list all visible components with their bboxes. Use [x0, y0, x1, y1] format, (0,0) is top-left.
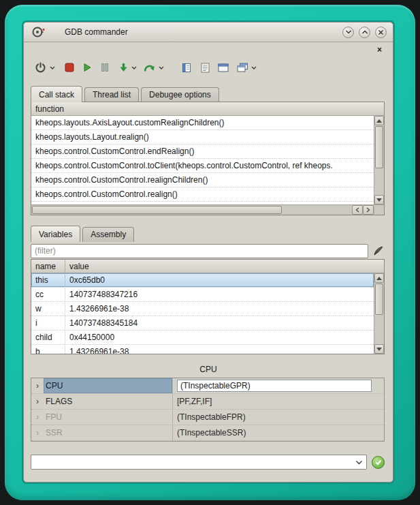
windows-dropdown[interactable] [250, 66, 258, 70]
variables-list: this 0xc65db0 cc 140737488347216 w 1.432… [31, 273, 374, 354]
command-bar [31, 454, 385, 470]
variable-value: 1.43266961e-38 [65, 302, 374, 316]
column-value: value [65, 260, 93, 273]
variable-name: w [31, 302, 65, 316]
triangle-up-icon [376, 277, 382, 280]
scroll-down-button[interactable] [374, 344, 384, 354]
cpu-row-name: SSR [44, 425, 172, 440]
variable-name: i [31, 316, 65, 330]
triangle-up-icon [376, 119, 382, 123]
cpu-row-value: [PF,ZF,IF] [172, 394, 384, 409]
expander-icon[interactable]: › [31, 412, 44, 422]
tab-call-stack[interactable]: Call stack [31, 86, 82, 102]
call-stack-row[interactable]: kheops.control.CustomControl.endRealign(… [31, 144, 374, 159]
minimize-button[interactable] [342, 27, 354, 38]
cpu-inspector-grid: › CPU (TInspectableGPR) › FLAGS [PF,ZF,I… [31, 378, 385, 442]
variable-row[interactable]: child 0x44150000 [31, 331, 374, 345]
call-stack-row[interactable]: kheops.control.CustomControl.toClient(kh… [31, 159, 374, 173]
cpu-row-name: CPU [44, 378, 172, 393]
window-controls [342, 27, 387, 38]
expander-icon[interactable]: › [31, 381, 44, 391]
cpu-row[interactable]: › FLAGS [PF,ZF,IF] [31, 394, 384, 410]
command-combobox[interactable] [31, 455, 367, 470]
curved-arrow-icon [144, 63, 155, 72]
document-icon [182, 63, 191, 73]
call-stack-horizontal-scrollbar[interactable] [31, 204, 384, 215]
tab-thread-list[interactable]: Thread list [84, 87, 139, 102]
command-input[interactable] [31, 457, 351, 467]
cpu-row-value: (TInspectableFPR) [172, 410, 384, 425]
dock-close-icon: × [377, 45, 382, 55]
variable-row[interactable]: i 140737488345184 [31, 316, 374, 331]
variable-row[interactable]: w 1.43266961e-38 [31, 302, 374, 316]
step-button[interactable] [118, 59, 129, 76]
column-function: function [31, 102, 68, 115]
windows-button[interactable] [236, 59, 249, 76]
variable-value: 0xc65db0 [65, 273, 374, 287]
variable-row[interactable]: cc 140737488347216 [31, 288, 374, 302]
run-button[interactable] [81, 59, 93, 76]
client-area: × [24, 42, 393, 482]
cpu-row-value: (TInspectableGPR) [172, 378, 384, 393]
variables-tabbar: Variables Assembly [31, 224, 385, 241]
power-dropdown[interactable] [48, 66, 56, 70]
dock-close-button[interactable]: × [374, 44, 385, 55]
app-icon [32, 26, 46, 38]
cpu-row[interactable]: › CPU (TInspectableGPR) [31, 378, 384, 394]
expander-icon[interactable]: › [31, 397, 44, 406]
accept-command-button[interactable] [372, 456, 385, 469]
call-stack-row[interactable]: kheops.layouts.AxisLayout.customRealignC… [31, 116, 374, 130]
windows-icon [237, 63, 248, 72]
variables-vertical-scrollbar[interactable] [374, 273, 384, 354]
tab-assembly[interactable]: Assembly [82, 227, 134, 242]
step-over-button[interactable] [142, 59, 157, 76]
tab-debugee-options[interactable]: Debugee options [141, 87, 219, 102]
close-button[interactable] [375, 27, 387, 38]
pause-button[interactable] [99, 59, 111, 76]
chevron-down-icon [355, 460, 363, 465]
scroll-thumb[interactable] [375, 284, 383, 315]
variable-name: this [31, 273, 65, 287]
variable-value: 140737488347216 [65, 288, 374, 301]
cpu-row[interactable]: › FPU (TInspectableFPR) [31, 410, 384, 425]
scroll-down-button[interactable] [374, 195, 384, 204]
scroll-up-button[interactable] [374, 116, 384, 125]
call-stack-row[interactable]: kheops.control.CustomControl.realign() [31, 187, 374, 202]
cpu-row[interactable]: › SSR (TInspectableSSR) [31, 425, 384, 441]
filter-pen-icon[interactable] [372, 245, 385, 257]
stop-button[interactable] [63, 59, 76, 76]
stack-tabbar: Call stack Thread list Debugee options [31, 85, 385, 102]
step-dropdown[interactable] [130, 66, 138, 70]
scroll-right-button[interactable] [363, 205, 374, 215]
play-icon [82, 63, 92, 72]
variable-value: 0x44150000 [65, 331, 374, 344]
scroll-thumb[interactable] [375, 126, 383, 168]
call-stack-vertical-scrollbar[interactable] [374, 116, 384, 204]
call-stack-row[interactable]: kheops.control.CustomControl.realignChil… [31, 173, 374, 187]
variable-name: b [31, 345, 65, 354]
scroll-thumb[interactable] [32, 206, 282, 214]
variables-header: name value [31, 260, 384, 273]
power-icon [35, 62, 46, 74]
cpu-value-editor[interactable]: (TInspectableGPR) [177, 380, 372, 392]
cpu-row-name: FPU [44, 410, 172, 425]
combo-dropdown-button[interactable] [351, 455, 366, 469]
cpu-row-value: (TInspectableSSR) [172, 425, 384, 440]
maximize-button[interactable] [359, 27, 370, 38]
variable-value: 140737488345184 [65, 316, 374, 330]
scroll-left-button[interactable] [352, 205, 363, 215]
variable-row[interactable]: b 1.43266961e-38 [31, 345, 374, 354]
call-stack-row[interactable]: kheops.layouts.Layout.realign() [31, 130, 374, 144]
watch-window-button[interactable] [216, 59, 230, 76]
variable-row[interactable]: this 0xc65db0 [31, 273, 374, 288]
scroll-up-button[interactable] [374, 273, 384, 283]
power-button[interactable] [33, 59, 48, 76]
expander-icon[interactable]: › [31, 428, 44, 438]
document-button[interactable] [180, 59, 193, 76]
filter-row [31, 243, 385, 258]
step-over-dropdown[interactable] [157, 66, 165, 70]
tab-variables[interactable]: Variables [31, 226, 80, 242]
list-button[interactable] [199, 59, 211, 76]
call-stack-panel: function kheops.layouts.AxisLayout.custo… [31, 102, 385, 215]
filter-input[interactable] [31, 244, 368, 258]
